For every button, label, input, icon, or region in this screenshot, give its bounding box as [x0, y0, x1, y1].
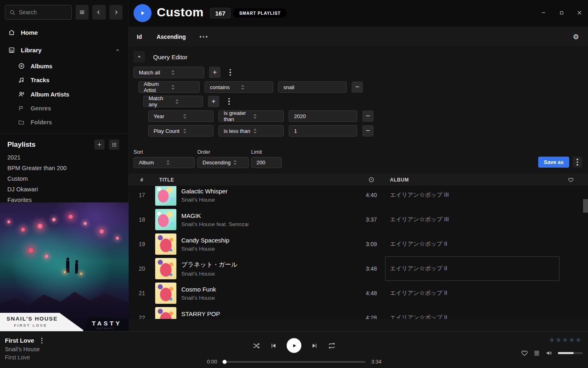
add-subrule-button[interactable]: + — [208, 96, 219, 107]
maximize-button[interactable] — [557, 7, 566, 18]
track-duration: 4:40 — [344, 192, 377, 198]
track-album[interactable]: エイリアン☆ポップ II — [390, 281, 559, 305]
close-button[interactable] — [575, 7, 584, 18]
subgroup-options-icon[interactable] — [224, 96, 234, 107]
menu-button[interactable] — [76, 5, 89, 20]
shuffle-icon[interactable] — [252, 342, 260, 350]
nav-back-button[interactable] — [92, 5, 105, 20]
minimize-button[interactable] — [539, 7, 548, 18]
track-album[interactable]: エイリアン☆ポップ III — [390, 186, 559, 207]
seek-bar[interactable] — [223, 361, 365, 363]
sidebar-item-folders[interactable]: Folders — [0, 115, 128, 129]
sidebar-item-album-artists[interactable]: Album Artists — [0, 87, 128, 101]
sort-select[interactable]: Album — [134, 157, 195, 168]
query-editor: Query Editor Match all + Album Artist co… — [129, 47, 588, 174]
queue-icon[interactable] — [533, 350, 540, 357]
column-title[interactable]: TITLE — [155, 177, 344, 183]
rule-field-select[interactable]: Year — [148, 110, 214, 122]
search-box[interactable] — [5, 5, 72, 20]
rule-operator-select[interactable]: contains — [205, 81, 273, 93]
rule-field-select[interactable]: Album Artist — [138, 81, 200, 93]
play-pause-button[interactable] — [287, 338, 301, 353]
save-as-button[interactable]: Save as — [538, 157, 569, 168]
track-title: STARRY POP — [181, 310, 344, 317]
lantern-light — [21, 228, 25, 231]
track-album[interactable]: エイリアン☆ポップ II — [390, 305, 559, 319]
playlist-item[interactable]: BPM Greater than 200 — [0, 163, 128, 173]
sidebar-item-genres[interactable]: Genres — [0, 101, 128, 115]
playlist-item[interactable]: Custom — [0, 173, 128, 184]
remove-rule-button[interactable]: − — [352, 81, 363, 93]
star-icon[interactable]: ★ — [575, 336, 581, 344]
root-match-select[interactable]: Match all — [134, 67, 204, 78]
track-row[interactable]: 17 Galactic WhisperSnail’s House 4:40 エイ… — [129, 186, 588, 207]
remove-rule-button[interactable]: − — [362, 110, 374, 122]
add-playlist-button[interactable] — [94, 139, 105, 150]
total-time: 3:34 — [371, 359, 385, 365]
column-album[interactable]: ALBUM — [390, 177, 559, 183]
sidebar-item-albums[interactable]: Albums — [0, 59, 128, 73]
selector-icon — [241, 84, 270, 90]
group-options-icon[interactable] — [225, 67, 235, 78]
now-playing-options-icon[interactable] — [40, 337, 45, 344]
subgroup-match-select[interactable]: Match any — [143, 96, 203, 107]
limit-input[interactable] — [251, 157, 282, 168]
scrollbar-thumb[interactable] — [583, 199, 588, 213]
sort-field-control[interactable]: Id — [137, 34, 142, 40]
column-favorite[interactable] — [559, 177, 582, 183]
rule-value-input[interactable] — [289, 110, 357, 122]
column-index[interactable]: # — [129, 177, 155, 183]
add-rule-button[interactable]: + — [209, 67, 220, 78]
search-input[interactable] — [19, 9, 64, 16]
gear-icon[interactable]: ⚙ — [573, 33, 579, 41]
track-album[interactable]: エイリアン☆ポップ II — [390, 232, 559, 256]
more-options-icon[interactable] — [200, 36, 207, 38]
rule-operator-select[interactable]: is less than — [218, 125, 284, 137]
lantern-light — [116, 237, 119, 240]
rule-value-input[interactable] — [278, 81, 347, 93]
column-duration[interactable] — [344, 177, 377, 183]
volume-slider[interactable] — [558, 352, 583, 354]
star-icon[interactable]: ★ — [569, 336, 575, 344]
track-album-focused-cell[interactable]: エイリアン☆ポップ II — [385, 256, 559, 281]
now-playing-album[interactable]: First Love — [5, 354, 45, 361]
next-track-icon[interactable] — [311, 342, 318, 349]
star-icon[interactable]: ★ — [549, 336, 555, 344]
track-row[interactable]: 18 MAGIKSnail’s House feat. Sennzai 3:37… — [129, 207, 588, 232]
chevron-up-icon[interactable] — [115, 48, 120, 53]
track-row[interactable]: 22 STARRY POPSnail’s House 4:28 エイリアン☆ポッ… — [129, 305, 588, 319]
previous-track-icon[interactable] — [270, 342, 277, 349]
playlist-item[interactable]: DJ Okawari — [0, 184, 128, 195]
save-options-icon[interactable] — [572, 157, 582, 168]
volume-icon[interactable] — [546, 350, 552, 357]
rule-field-select[interactable]: Play Count — [148, 125, 214, 137]
sidebar-item-tracks[interactable]: Tracks — [0, 73, 128, 87]
remove-rule-button[interactable]: − — [362, 125, 374, 137]
rule-value-input[interactable] — [289, 125, 357, 137]
favorite-heart-icon[interactable] — [521, 350, 528, 357]
track-duration: 4:48 — [344, 290, 377, 296]
track-row[interactable]: 19 Candy SpaceshipSnail’s House 3:09 エイリ… — [129, 232, 588, 256]
nav-forward-button[interactable] — [109, 5, 122, 20]
rule-operator-select[interactable]: is greater than — [218, 110, 284, 122]
sidebar-item-library[interactable]: Library — [0, 41, 128, 59]
track-row[interactable]: 20 プラネット・ガールSnail’s House 3:48 エイリアン☆ポップ… — [129, 256, 588, 281]
playlist-list-icon-button[interactable] — [109, 139, 119, 150]
now-playing-artist[interactable]: Snail’s House — [5, 346, 45, 352]
seek-handle[interactable] — [223, 360, 227, 364]
order-select[interactable]: Descending — [197, 157, 249, 168]
playlist-item[interactable]: 2021 — [0, 152, 128, 163]
playlist-header: Custom 167 SMART PLAYLIST — [129, 0, 588, 27]
play-playlist-button[interactable] — [134, 4, 151, 22]
star-icon[interactable]: ★ — [562, 336, 568, 344]
track-row[interactable]: 21 Cosmo FunkSnail’s House 4:48 エイリアン☆ポッ… — [129, 281, 588, 305]
sort-order-control[interactable]: Ascending — [156, 34, 186, 40]
track-artist: Snail’s House feat. Sennzai — [181, 221, 344, 227]
sidebar-item-label: Tracks — [31, 77, 49, 83]
track-album[interactable]: エイリアン☆ポップ III — [390, 207, 559, 232]
track-artist: Snail’s House — [181, 271, 344, 277]
collapse-query-editor-button[interactable] — [134, 51, 145, 63]
star-icon[interactable]: ★ — [555, 336, 561, 344]
repeat-icon[interactable] — [328, 342, 336, 350]
sidebar-item-home[interactable]: Home — [0, 24, 128, 41]
